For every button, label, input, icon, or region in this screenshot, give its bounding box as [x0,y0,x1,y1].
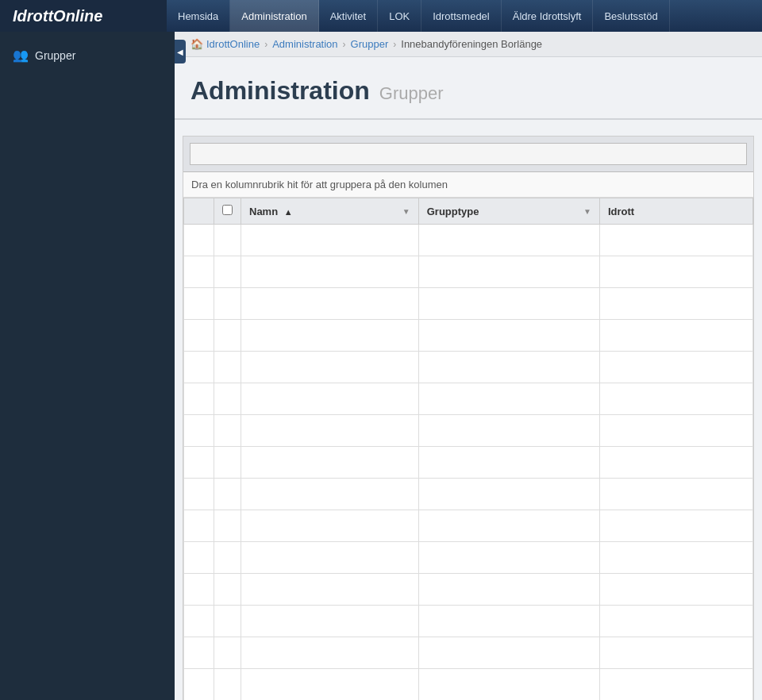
col-header-icon [184,198,214,225]
main-layout: 👥 Grupper ◀ 🏠 IdrottOnline › Administrat… [0,32,762,700]
table-row-empty-9 [184,479,753,510]
table-row-empty-8 [184,447,753,479]
nav-item-hemsida[interactable]: Hemsida [167,0,230,32]
sort-indicator-namn: ▲ [284,207,293,217]
home-icon: 🏠 [190,38,203,50]
navbar: IdrottOnline Hemsida Administration Akti… [0,0,762,32]
table-row-empty-15 [184,669,753,701]
breadcrumb-grupper[interactable]: Grupper [351,38,389,50]
nav-item-idrottsmedel[interactable]: Idrottsmedel [421,0,502,32]
nav-item-lok[interactable]: LOK [378,0,421,32]
sidebar-item-grupper[interactable]: 👥 Grupper [0,40,175,71]
breadcrumb-idrottonline: IdrottOnline [206,38,260,50]
nav-menu: Hemsida Administration Aktivitet LOK Idr… [167,0,670,32]
page-subtitle: Grupper [379,83,444,104]
table-search-input[interactable] [190,143,747,165]
table-row-empty-3 [184,288,753,320]
nav-item-administration[interactable]: Administration [230,0,318,32]
breadcrumb-sep-3: › [393,39,396,50]
table-row-empty-11 [184,542,753,574]
nav-item-beslutsstod[interactable]: Beslutsstöd [593,0,669,32]
page-header: Administration Grupper [175,57,762,120]
table-row-empty-7 [184,415,753,447]
nav-item-aktivitet[interactable]: Aktivitet [319,0,379,32]
filter-arrow-grupptype[interactable]: ▼ [583,207,591,216]
breadcrumb: 🏠 IdrottOnline › Administration › Gruppe… [175,32,762,57]
table-row-empty-14 [184,637,753,669]
table-row-empty-6 [184,383,753,415]
sidebar-item-label: Grupper [35,49,75,62]
sidebar-toggle[interactable]: ◀ [175,40,186,63]
table-search-bar [183,137,753,172]
sidebar: 👥 Grupper ◀ [0,32,175,700]
table-row-empty-2 [184,256,753,288]
table-row-empty-12 [184,574,753,606]
table-row-empty-5 [184,352,753,383]
brand-logo[interactable]: IdrottOnline [0,0,167,32]
table-row-empty-4 [184,320,753,352]
nav-item-aldre-idrottslyft[interactable]: Äldre Idrottslyft [502,0,594,32]
brand-name: IdrottOnline [13,7,102,25]
select-all-checkbox[interactable] [222,205,233,215]
table-row-empty-10 [184,510,753,542]
breadcrumb-home[interactable]: 🏠 IdrottOnline [190,38,260,50]
groups-icon: 👥 [13,48,29,63]
breadcrumb-sep-1: › [264,39,267,50]
filter-arrow-namn[interactable]: ▼ [402,207,410,216]
col-header-idrott[interactable]: Idrott [599,198,752,225]
data-table: Namn ▲ ▼ Grupptype ▼ Idrott [183,198,753,700]
col-header-checkbox[interactable] [214,198,241,225]
content-area: 🏠 IdrottOnline › Administration › Gruppe… [175,32,762,700]
col-header-grupptype[interactable]: Grupptype ▼ [418,198,599,225]
table-area: Dra en kolumnrubrik hit för att gruppera… [183,136,754,700]
page-title: Administration [190,76,370,106]
breadcrumb-sep-2: › [343,39,346,50]
table-row-empty-1 [184,225,753,256]
col-header-namn[interactable]: Namn ▲ ▼ [241,198,419,225]
table-group-hint: Dra en kolumnrubrik hit för att gruppera… [183,172,753,198]
breadcrumb-current: Innebandyföreningen Borlänge [401,38,542,50]
table-row-empty-13 [184,606,753,637]
breadcrumb-administration[interactable]: Administration [272,38,337,50]
page-title-row: Administration Grupper [190,76,746,106]
table-body: 🌐 Ledarhörnan Arbetsrum Innebandy [184,225,753,701]
table-header: Namn ▲ ▼ Grupptype ▼ Idrott [184,198,753,225]
